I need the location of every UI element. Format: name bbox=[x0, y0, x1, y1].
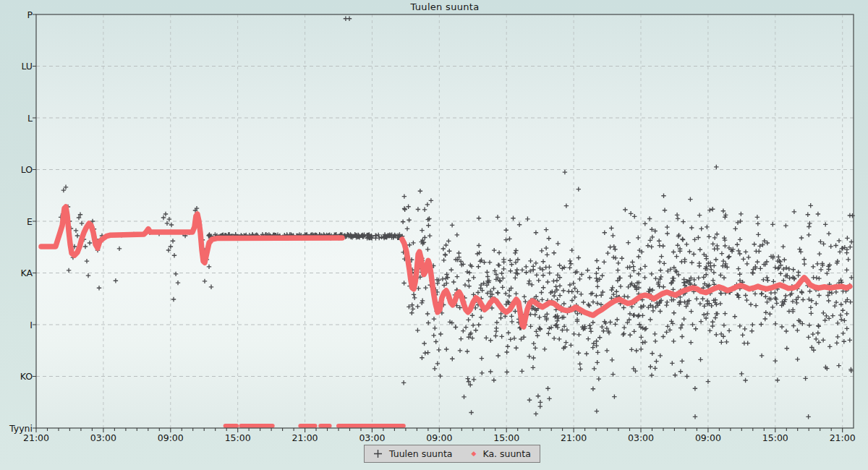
legend: Tuulen suunta ◆ Ka. suunta bbox=[364, 445, 540, 463]
axis-ticks bbox=[33, 14, 843, 432]
y-axis-label-KA: KA bbox=[0, 268, 33, 278]
y-axis-label-L: L bbox=[0, 113, 33, 124]
x-axis-label-2: 09:00 bbox=[150, 432, 191, 443]
x-axis-label-8: 21:00 bbox=[553, 432, 594, 443]
x-axis-label-1: 03:00 bbox=[83, 432, 124, 443]
x-axis-label-7: 15:00 bbox=[486, 432, 527, 443]
x-axis-label-6: 09:00 bbox=[419, 432, 459, 443]
avg-direction-line-segment-1 bbox=[41, 207, 342, 262]
plot-border bbox=[36, 14, 854, 428]
legend-item-wind-direction: Tuulen suunta bbox=[373, 448, 452, 459]
y-axis-label-KO: KO bbox=[0, 371, 33, 382]
legend-label-wind-direction: Tuulen suunta bbox=[389, 448, 452, 459]
plus-marker-icon bbox=[373, 449, 383, 458]
y-axis-label-I: I bbox=[0, 320, 33, 330]
x-axis-label-9: 03:00 bbox=[621, 432, 661, 443]
legend-label-avg-direction: Ka. suunta bbox=[482, 448, 530, 459]
wind-direction-scatter bbox=[59, 17, 855, 419]
chart-title: Tuulen suunta bbox=[36, 1, 854, 12]
y-axis-label-LO: LO bbox=[0, 164, 33, 175]
x-axis-label-5: 03:00 bbox=[352, 432, 392, 443]
legend-item-avg-direction: ◆ Ka. suunta bbox=[471, 448, 530, 459]
x-axis-label-3: 15:00 bbox=[218, 432, 258, 443]
y-axis-label-LU: LU bbox=[0, 61, 33, 72]
diamond-marker-icon: ◆ bbox=[471, 449, 476, 458]
x-axis-label-4: 21:00 bbox=[285, 432, 326, 443]
x-axis-label-12: 21:00 bbox=[822, 432, 863, 443]
x-axis-label-11: 15:00 bbox=[755, 432, 796, 443]
y-axis-label-E: E bbox=[0, 216, 33, 227]
x-axis-label-10: 09:00 bbox=[688, 432, 728, 443]
wind-direction-chart bbox=[0, 0, 868, 470]
x-axis-label-0: 21:00 bbox=[16, 432, 56, 443]
avg-direction-line-segment-2 bbox=[402, 239, 850, 327]
chart-window: Tuulen suunta PLULLOEKAIKOTyyni 21:0003:… bbox=[0, 0, 868, 470]
y-axis-label-P: P bbox=[0, 9, 33, 20]
